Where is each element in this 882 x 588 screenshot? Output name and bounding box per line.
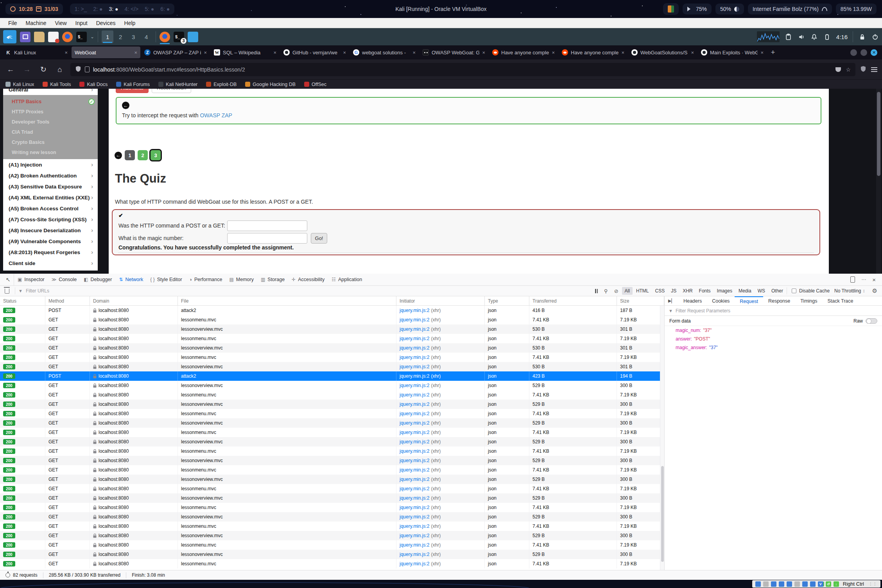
save-to-pocket-icon[interactable] [835,67,841,72]
close-tab-icon[interactable]: × [273,50,276,56]
vbox-icon[interactable]: V [818,581,823,587]
initiator-link[interactable]: jquery.min.js:2 [400,308,429,313]
close-tab-icon[interactable]: × [482,50,485,56]
initiator-link[interactable]: jquery.min.js:2 [400,326,429,332]
network-request-row[interactable]: 200 GET localhost:8080 lessonmenu.mvc jq… [0,503,664,512]
sidebar-category-a8-2013-request-forgeries[interactable]: (A8:2013) Request Forgeries› [3,247,98,258]
tab-main-exploits-webg[interactable]: Main Exploits · WebG× [698,47,767,58]
sidebar-category-a2-broken-authentication[interactable]: (A2) Broken Authentication› [3,170,98,181]
host-workspace-6[interactable]: 6: ● [160,6,170,12]
sidebar-category-client-side[interactable]: Client side› [3,258,98,269]
tracking-shield-icon[interactable] [75,66,81,73]
column-header-domain[interactable]: Domain [90,296,178,306]
tab-github-vernjan-we[interactable]: GitHub - vernjan/we× [280,47,349,58]
menu-file[interactable]: File [4,20,22,26]
sidebar-toggle-icon[interactable]: ▶▏ [665,298,678,303]
menu-devices[interactable]: Devices [92,20,120,26]
owasp-zap-link[interactable]: OWASP ZAP [200,112,232,118]
filter-chip-media[interactable]: Media [736,287,754,295]
page-scrollbar[interactable] [876,89,881,274]
filter-chip-images[interactable]: Images [714,287,735,295]
previous-hint-icon[interactable]: ← [122,102,129,109]
initiator-link[interactable]: jquery.min.js:2 [400,392,429,398]
initiator-link[interactable]: jquery.min.js:2 [400,486,429,491]
clear-requests-icon[interactable] [5,289,9,294]
close-tab-icon[interactable]: × [412,50,416,56]
network-request-row[interactable]: 200 GET localhost:8080 lessonoverview.mv… [0,362,664,371]
close-tab-icon[interactable]: × [134,50,137,56]
bookmark-kali-docs[interactable]: Kali Docs [79,82,108,87]
column-header-method[interactable]: Method [45,296,90,306]
extension-shield-icon[interactable] [860,66,866,74]
firefox-running-icon[interactable] [160,32,170,42]
audio-icon[interactable] [771,581,776,587]
lock-screen-icon[interactable] [858,33,866,41]
reload-button[interactable]: ↻ [38,65,49,74]
close-window-button[interactable]: ✕ [871,49,877,56]
close-tab-icon[interactable]: × [691,50,694,56]
bookmark-star-icon[interactable]: ☆ [846,66,851,73]
bookmark-kali-nethunter[interactable]: Kali NetHunter [158,82,197,87]
initiator-link[interactable]: jquery.min.js:2 [400,467,429,473]
initiator-link[interactable]: jquery.min.js:2 [400,345,429,351]
workspace-3[interactable]: 3 [127,30,139,43]
kali-menu-button[interactable] [3,30,16,43]
terminal-launcher-icon[interactable]: $_ [76,32,87,42]
network-request-row[interactable]: 200 GET localhost:8080 lessonoverview.mv… [0,493,664,503]
details-tab-headers[interactable]: Headers [678,296,707,306]
filter-chip-xhr[interactable]: XHR [680,287,695,295]
tab-webgoat-solutions[interactable]: Gwebgoat solutions -× [350,47,419,58]
logout-icon[interactable] [871,33,879,41]
sidebar-item-http-proxies[interactable]: HTTP Proxies [3,107,98,117]
magic-number-input[interactable] [227,233,307,244]
bookmark-exploit-db[interactable]: Exploit-DB [206,82,237,87]
workspace-1[interactable]: 1 [102,30,113,43]
host-clock[interactable]: 10:28 31/03 [5,4,63,14]
page-button-3[interactable]: 3 [151,150,161,160]
menu-help[interactable]: Help [120,20,140,26]
initiator-link[interactable]: jquery.min.js:2 [400,373,429,379]
network-request-row[interactable]: 200 GET localhost:8080 lessonoverview.mv… [0,324,664,334]
system-monitor-graph[interactable] [757,31,780,42]
host-workspace-4[interactable]: 4: </> [124,6,138,12]
filter-chip-html[interactable]: HTML [633,287,652,295]
network-request-row[interactable]: 200 GET localhost:8080 lessonoverview.mv… [0,437,664,446]
tab-owasp-zap-zap-i[interactable]: ZOWASP ZAP – ZAP i× [141,47,210,58]
network-request-row[interactable]: 200 GET localhost:8080 lessonmenu.mvc jq… [0,428,664,437]
battery-icon[interactable] [823,33,831,41]
close-tab-icon[interactable]: × [343,50,346,56]
initiator-link[interactable]: jquery.min.js:2 [400,448,429,454]
menu-view[interactable]: View [50,20,71,26]
devtools-tab-performance[interactable]: ◑Performance [186,274,226,285]
hide-hints-button[interactable]: Hide hints [116,89,149,93]
menu-input[interactable]: Input [71,20,92,26]
initiator-link[interactable]: jquery.min.js:2 [400,542,429,548]
disable-cache-checkbox[interactable] [792,289,796,293]
bookmark-google-hacking-db[interactable]: Google Hacking DB [245,82,296,87]
workspace-switcher-icon[interactable] [20,32,30,42]
download-icon[interactable]: ↓ [834,581,839,587]
optical-icon[interactable] [763,581,769,587]
network-request-row[interactable]: 200 GET localhost:8080 lessonmenu.mvc jq… [0,334,664,343]
tab-kali-linux[interactable]: ƘKali Linux× [2,47,71,58]
bookmark-offsec[interactable]: OffSec [304,82,326,87]
devtools-tab-application[interactable]: ☷Application [328,274,366,285]
tab-owasp-webgoat-g[interactable]: OWASP WebGoat: G× [419,47,488,58]
network-request-row[interactable]: 200 GET localhost:8080 lessonmenu.mvc jq… [0,484,664,493]
bookmark-kali-forums[interactable]: Kali Forums [116,82,150,87]
devtools-tab-storage[interactable]: ▥Storage [257,274,288,285]
network-request-row[interactable]: 200 GET localhost:8080 lessonoverview.mv… [0,381,664,390]
filter-urls-input[interactable] [26,288,120,294]
network-request-row[interactable]: 200 GET localhost:8080 lessonoverview.mv… [0,343,664,353]
details-tab-response[interactable]: Response [763,296,795,306]
initiator-link[interactable]: jquery.min.js:2 [400,477,429,482]
page-info-icon[interactable] [85,66,90,72]
throttling-select[interactable]: No Throttling↕ [830,288,869,294]
stopwatch-icon[interactable] [5,573,10,577]
reset-lesson-button[interactable]: Reset lesson [152,89,191,93]
initiator-link[interactable]: jquery.min.js:2 [400,430,429,435]
maximize-button[interactable] [860,49,867,56]
windows-icon[interactable] [810,581,816,587]
initiator-link[interactable]: jquery.min.js:2 [400,336,429,341]
initiator-link[interactable]: jquery.min.js:2 [400,317,429,323]
